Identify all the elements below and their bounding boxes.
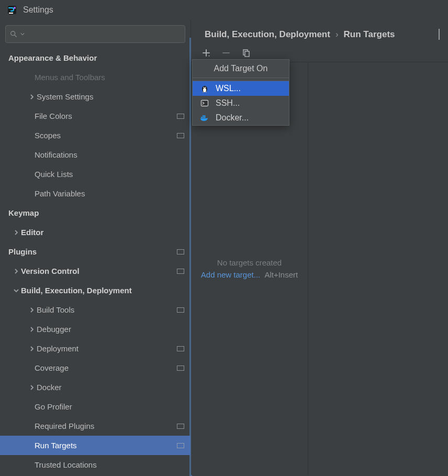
sidebar-item-label: Version Control — [21, 267, 177, 275]
search-icon — [10, 30, 17, 38]
svg-rect-11 — [201, 101, 208, 106]
popup-item[interactable]: WSL... — [193, 81, 289, 96]
project-mapped-icon — [439, 29, 440, 40]
search-input[interactable] — [5, 25, 185, 43]
copy-button[interactable] — [239, 46, 253, 60]
sidebar-item-label: Build Tools — [37, 305, 177, 314]
popup-item[interactable]: Docker... — [193, 110, 289, 125]
chevron-right-icon[interactable] — [27, 94, 37, 99]
svg-rect-12 — [201, 117, 202, 118]
sidebar-item[interactable]: Docker — [0, 378, 191, 397]
project-mapped-icon — [177, 443, 184, 448]
add-target-link[interactable]: Add new target... — [201, 270, 260, 279]
sidebar-item[interactable]: Quick Lists — [0, 164, 191, 184]
sidebar-item-label: Required Plugins — [35, 422, 177, 430]
sidebar-item-label: Docker — [37, 383, 184, 392]
sidebar-item-label: File Colors — [35, 112, 177, 120]
popup-item-label: WSL... — [216, 84, 241, 93]
sidebar-item[interactable]: Scopes — [0, 126, 191, 145]
svg-rect-2 — [9, 13, 13, 14]
svg-point-10 — [205, 87, 206, 88]
svg-rect-16 — [204, 115, 205, 116]
sidebar-item-label: Path Variables — [35, 189, 184, 198]
project-mapped-icon — [177, 424, 184, 429]
popup-item-label: SSH... — [216, 98, 240, 108]
target-details-pane — [308, 62, 448, 475]
sidebar-item-label: System Settings — [37, 92, 184, 101]
project-mapped-icon — [177, 133, 184, 138]
sidebar-item[interactable]: Keymap — [0, 203, 191, 223]
sidebar-item[interactable]: Go Profiler — [0, 397, 191, 416]
settings-sidebar: Appearance & BehaviorMenus and ToolbarsS… — [0, 20, 191, 475]
sidebar-item-label: Debugger — [37, 325, 184, 334]
svg-rect-15 — [203, 115, 204, 116]
sidebar-item[interactable]: Appearance & Behavior — [0, 48, 191, 68]
chevron-right-icon[interactable] — [12, 269, 21, 274]
svg-point-1 — [14, 7, 16, 9]
titlebar: Settings — [0, 0, 448, 20]
sidebar-item[interactable]: Required Plugins — [0, 416, 191, 436]
window-title: Settings — [23, 5, 53, 15]
penguin-icon — [200, 84, 209, 93]
popup-item[interactable]: SSH... — [193, 96, 289, 110]
sidebar-item-label: Build, Execution, Deployment — [21, 286, 184, 295]
sidebar-item[interactable]: Build Tools — [0, 300, 191, 319]
settings-tree[interactable]: Appearance & BehaviorMenus and ToolbarsS… — [0, 46, 191, 475]
sidebar-item[interactable]: Menus and Toolbars — [0, 68, 191, 87]
add-target-popup: Add Target On WSL...SSH...Docker... — [192, 59, 289, 126]
sidebar-item-label: Notifications — [35, 150, 184, 159]
chevron-right-icon[interactable] — [27, 385, 37, 390]
project-mapped-icon — [177, 249, 184, 254]
project-mapped-icon — [177, 366, 184, 371]
chevron-right-icon[interactable] — [27, 346, 37, 351]
sidebar-item[interactable]: Build, Execution, Deployment — [0, 281, 191, 300]
popup-title: Add Target On — [193, 60, 289, 78]
project-mapped-icon — [177, 269, 184, 274]
sidebar-item[interactable]: Trusted Locations — [0, 455, 191, 474]
svg-rect-14 — [204, 117, 205, 118]
svg-point-9 — [204, 87, 205, 88]
project-mapped-icon — [177, 114, 184, 119]
sidebar-item[interactable]: Path Variables — [0, 184, 191, 203]
sidebar-item[interactable]: Run Targets — [0, 436, 191, 455]
sidebar-item-label: Plugins — [8, 247, 177, 256]
terminal-icon — [200, 98, 209, 108]
chevron-right-icon[interactable] — [27, 327, 37, 332]
remove-button[interactable] — [219, 46, 233, 60]
sidebar-item-label: Go Profiler — [35, 402, 184, 411]
sidebar-item-label: Scopes — [35, 131, 177, 140]
sidebar-item-label: Run Targets — [35, 441, 177, 450]
sidebar-item[interactable]: Plugins — [0, 242, 191, 261]
sidebar-item-label: Quick Lists — [35, 170, 184, 179]
sidebar-item[interactable]: File Colors — [0, 106, 191, 126]
add-button[interactable] — [199, 46, 213, 60]
sidebar-item[interactable]: Editor — [0, 223, 191, 242]
breadcrumb-segment[interactable]: Build, Execution, Deployment — [205, 29, 330, 40]
sidebar-item[interactable]: Version Control — [0, 261, 191, 281]
sidebar-item[interactable]: Deployment — [0, 339, 191, 358]
chevron-down-icon[interactable] — [12, 288, 21, 293]
project-mapped-icon — [177, 307, 184, 313]
breadcrumb-segment[interactable]: Run Targets — [344, 29, 395, 40]
svg-rect-13 — [203, 117, 204, 118]
chevron-right-icon[interactable] — [12, 230, 21, 235]
app-logo-icon — [6, 4, 18, 16]
sidebar-item-label: Keymap — [8, 208, 184, 217]
sidebar-item[interactable]: System Settings — [0, 87, 191, 106]
breadcrumb: Build, Execution, Deployment › Run Targe… — [191, 20, 448, 46]
sidebar-item[interactable]: Debugger — [0, 319, 191, 339]
shortcut-hint: Alt+Insert — [264, 270, 298, 279]
popup-item-label: Docker... — [216, 113, 249, 123]
sidebar-item-label: Trusted Locations — [35, 460, 184, 469]
sidebar-item[interactable]: Coverage — [0, 358, 191, 378]
svg-rect-6 — [245, 51, 249, 57]
sidebar-item-label: Deployment — [37, 344, 177, 353]
svg-line-4 — [15, 35, 17, 37]
chevron-right-icon[interactable] — [27, 307, 37, 313]
sidebar-item-label: Appearance & Behavior — [8, 53, 184, 62]
project-mapped-icon — [177, 346, 184, 351]
sidebar-item-label: Menus and Toolbars — [35, 73, 184, 82]
search-field[interactable] — [28, 30, 181, 38]
sidebar-item-label: Editor — [21, 228, 184, 237]
sidebar-item[interactable]: Notifications — [0, 145, 191, 164]
